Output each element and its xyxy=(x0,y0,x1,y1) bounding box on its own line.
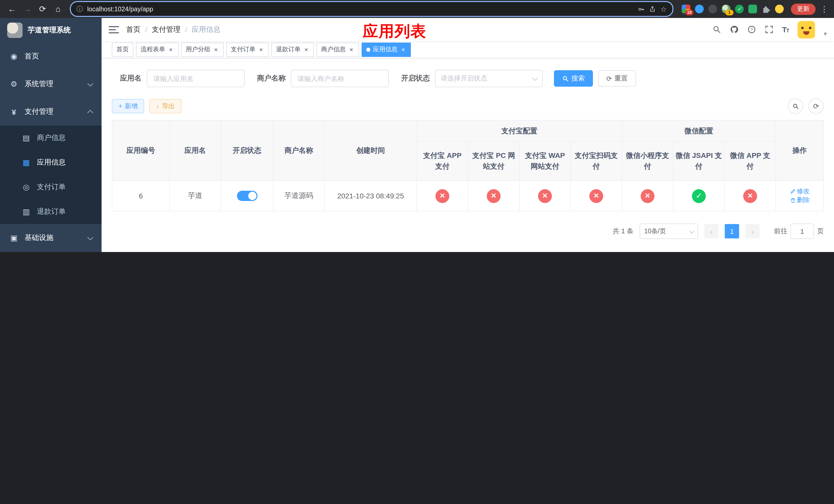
col-created: 创建时间 xyxy=(324,120,417,181)
top-navbar: 首页 / 支付管理 / 应用信息 应用列表 ? TT ▾ xyxy=(102,18,834,41)
toggle-search-button[interactable] xyxy=(788,98,803,114)
tab-merchant-info[interactable]: 商户信息 × xyxy=(316,42,359,56)
fullscreen-icon[interactable] xyxy=(765,25,773,34)
sidebar-item-app-info[interactable]: ▦ 应用信息 xyxy=(0,150,102,175)
refresh-icon: ⟳ xyxy=(606,75,612,82)
sidebar-item-pay-order[interactable]: ◎ 支付订单 xyxy=(0,175,102,200)
breadcrumb: 首页 / 支付管理 / 应用信息 xyxy=(126,25,221,34)
apps-table: 应用编号 应用名 开启状态 商户名称 创建时间 支付宝配置 微信配置 操作 支付… xyxy=(112,120,824,211)
next-page-button[interactable]: › xyxy=(745,224,760,238)
browser-home-icon[interactable]: ⌂ xyxy=(51,2,65,16)
extension-dark-icon[interactable] xyxy=(708,5,717,13)
page-info-icon[interactable]: ⓘ xyxy=(76,4,83,14)
browser-menu-icon[interactable]: ⋮ xyxy=(820,4,829,14)
extensions-puzzle-icon[interactable] xyxy=(762,5,770,13)
search-icon[interactable] xyxy=(712,25,721,34)
page-number-1[interactable]: 1 xyxy=(725,224,739,238)
font-size-icon[interactable]: TT xyxy=(782,25,789,34)
delete-link[interactable]: 删除 xyxy=(790,196,810,205)
tab-close-icon[interactable]: × xyxy=(213,46,219,52)
sidebar-item-label: 系统管理 xyxy=(25,79,53,89)
user-dropdown-caret-icon[interactable]: ▾ xyxy=(824,30,827,37)
sidebar-item-label: 支付订单 xyxy=(37,183,66,192)
tab-home[interactable]: 首页 xyxy=(112,42,133,56)
extension-chat-icon[interactable] xyxy=(748,5,757,13)
extension-avatar-icon[interactable]: 1 xyxy=(722,5,730,13)
sidebar-item-system[interactable]: ⚙ 系统管理 xyxy=(0,70,102,98)
goto-page: 前往 页 xyxy=(774,224,824,239)
password-key-icon[interactable] xyxy=(638,5,645,13)
merchant-name-input[interactable] xyxy=(291,70,389,87)
browser-forward-icon[interactable]: → xyxy=(21,2,34,16)
refresh-icon: ⟳ xyxy=(813,102,819,110)
chevron-up-icon xyxy=(87,110,93,116)
chrome-update-button[interactable]: 更新 xyxy=(791,3,815,15)
edit-link[interactable]: 修改 xyxy=(790,187,810,196)
add-button[interactable]: + 新增 xyxy=(112,99,145,113)
reset-button-label: 重置 xyxy=(614,74,628,83)
extension-grid-icon[interactable]: 10 xyxy=(682,5,690,13)
address-bar[interactable]: ⓘ localhost:1024/pay/app ☆ xyxy=(70,1,674,17)
sidebar-item-refund-order[interactable]: ▥ 退款订单 xyxy=(0,200,102,224)
prev-page-button[interactable]: ‹ xyxy=(704,224,719,238)
col-wechat-app: 微信 APP 支付 xyxy=(724,141,776,181)
github-icon[interactable] xyxy=(730,25,738,34)
col-group-alipay: 支付宝配置 xyxy=(417,120,622,141)
user-avatar[interactable] xyxy=(797,21,815,38)
breadcrumb-home[interactable]: 首页 xyxy=(126,25,140,34)
app-name-input[interactable] xyxy=(147,70,245,87)
sidebar-logo[interactable]: 芋道管理系统 xyxy=(0,18,102,43)
logo-image xyxy=(7,23,23,38)
extension-emoji-icon[interactable] xyxy=(775,5,784,13)
status-label: 开启状态 xyxy=(401,74,430,83)
sidebar-item-infrastructure[interactable]: ▣ 基础设施 xyxy=(0,224,102,252)
sidebar-item-merchant-info[interactable]: ▤ 商户信息 xyxy=(0,125,102,150)
tab-close-icon[interactable]: × xyxy=(258,46,264,52)
download-icon: ↓ xyxy=(156,102,159,110)
page-size-select[interactable]: 10条/页 xyxy=(640,224,698,239)
tab-label: 应用信息 xyxy=(373,45,397,54)
sidebar-toggle-icon[interactable] xyxy=(109,26,119,33)
help-icon[interactable]: ? xyxy=(747,25,756,34)
browser-reload-icon[interactable]: ⟳ xyxy=(36,2,49,16)
navbar-actions: ? TT ▾ xyxy=(712,21,827,38)
wechat-lite-status-icon xyxy=(641,189,655,203)
reset-button[interactable]: ⟳ 重置 xyxy=(598,70,636,87)
export-button[interactable]: ↓ 导出 xyxy=(150,99,181,113)
extensions-area: 10 1 ✓ xyxy=(682,5,784,13)
sidebar-item-payment[interactable]: ¥ 支付管理 xyxy=(0,98,102,125)
status-select[interactable]: 请选择开启状态 xyxy=(435,70,543,87)
search-icon xyxy=(562,75,569,82)
status-toggle[interactable] xyxy=(237,191,257,201)
extension-drop-icon[interactable] xyxy=(695,5,704,13)
search-button[interactable]: 搜索 xyxy=(554,70,593,87)
tab-refund-order[interactable]: 退款订单 × xyxy=(271,42,314,56)
tab-close-icon[interactable]: × xyxy=(348,46,354,52)
table-toolbar: + 新增 ↓ 导出 ⟳ xyxy=(112,98,824,114)
app-name-label: 应用名 xyxy=(120,74,141,83)
check-glyph: ✓ xyxy=(735,5,744,13)
bookmark-star-icon[interactable]: ☆ xyxy=(660,5,667,13)
url-text[interactable]: localhost:1024/pay/app xyxy=(87,5,634,13)
tab-label: 首页 xyxy=(116,45,129,54)
tab-label: 支付订单 xyxy=(231,45,256,54)
breadcrumb-payment[interactable]: 支付管理 xyxy=(152,25,180,34)
refresh-table-button[interactable]: ⟳ xyxy=(808,98,824,114)
col-actions: 操作 xyxy=(776,120,824,181)
tab-close-icon[interactable]: × xyxy=(400,46,406,52)
tab-close-icon[interactable]: × xyxy=(303,46,309,52)
tab-close-icon[interactable]: × xyxy=(168,46,174,52)
goto-page-input[interactable] xyxy=(790,224,814,239)
browser-back-icon[interactable]: ← xyxy=(5,2,19,16)
extension-check-icon[interactable]: ✓ xyxy=(735,5,744,13)
breadcrumb-separator: / xyxy=(185,25,187,33)
sidebar-item-home[interactable]: ◉ 首页 xyxy=(0,43,102,70)
tab-user-group[interactable]: 用户分组 × xyxy=(181,42,224,56)
table-settings: ⟳ xyxy=(788,98,824,114)
col-group-wechat: 微信配置 xyxy=(622,120,776,141)
share-icon[interactable] xyxy=(649,5,656,13)
tab-process-form[interactable]: 流程表单 × xyxy=(136,42,178,56)
sidebar-item-devtools[interactable]: ⚒ 研发工具 xyxy=(0,252,102,252)
tab-pay-order[interactable]: 支付订单 × xyxy=(226,42,269,56)
tab-app-info[interactable]: 应用信息 × xyxy=(361,42,411,56)
